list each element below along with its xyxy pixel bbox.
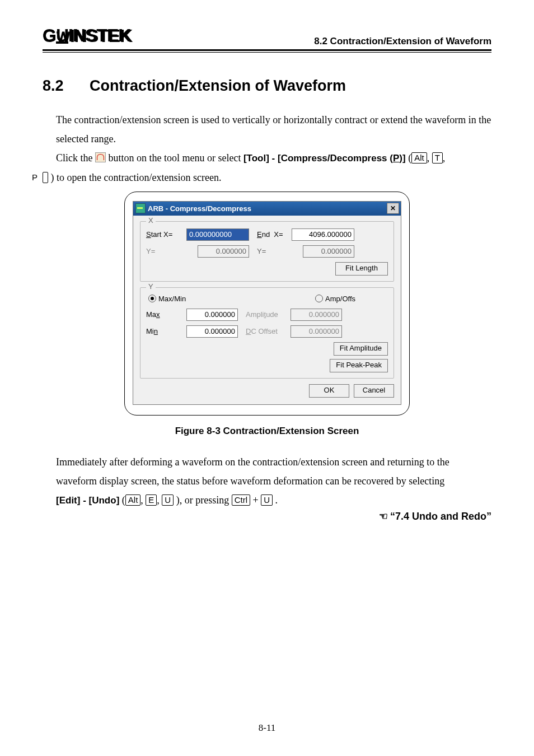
- max-label: Max: [146, 310, 186, 319]
- endx-input[interactable]: 4096.000000: [292, 228, 354, 241]
- min-input[interactable]: 0.000000: [186, 325, 238, 338]
- dialog-app-icon: [135, 203, 146, 213]
- key-alt: Alt: [411, 152, 427, 164]
- intro-paragraph: The contraction/extension screen is used…: [56, 110, 491, 148]
- dialog-title: ARB - Compress/Decompress: [148, 204, 251, 213]
- page-number: 8-11: [0, 722, 534, 734]
- amplitude-label: Amplitude: [238, 310, 291, 319]
- dialog-titlebar: ARB - Compress/Decompress ✕: [133, 202, 401, 216]
- fit-peakpeak-button[interactable]: Fit Peak-Peak: [330, 359, 388, 372]
- y2-label: Y=: [249, 247, 292, 255]
- brand-logo2: GUINSTEK: [43, 25, 130, 46]
- pointing-hand-icon: ☞: [379, 510, 388, 522]
- cross-reference: ☞“7.4 Undo and Redo”: [43, 510, 491, 522]
- key-u: U: [162, 494, 174, 506]
- header-rule: [43, 49, 491, 51]
- startx-input[interactable]: 0.000000000: [186, 228, 249, 241]
- key-e: E: [146, 494, 157, 506]
- y1-value: 0.000000: [198, 245, 249, 258]
- radio-ampoffs[interactable]: Amp/Offs: [315, 295, 355, 303]
- key-ctrl: Ctrl: [232, 494, 250, 506]
- group-y: Y Max/Min Amp/Offs Max 0.000000 Amplitud…: [140, 287, 394, 379]
- page-title: 8.2Contraction/Extension of Waveform: [43, 77, 491, 95]
- cancel-button[interactable]: Cancel: [354, 384, 394, 398]
- key-t: T: [432, 152, 443, 164]
- close-button[interactable]: ✕: [387, 203, 399, 214]
- key-alt2: Alt: [125, 494, 141, 506]
- radio-maxmin[interactable]: Max/Min: [148, 295, 186, 303]
- fit-amplitude-button[interactable]: Fit Amplitude: [334, 342, 388, 356]
- dcoffset-label: DC Offset: [238, 327, 291, 335]
- radio-dot-icon: [148, 295, 156, 302]
- dialog-window: ARB - Compress/Decompress ✕ X Start X= 0…: [133, 201, 401, 405]
- group-x: X Start X= 0.000000000 End X= 4096.00000…: [140, 221, 394, 282]
- amplitude-input: 0.000000: [291, 309, 342, 321]
- dcoffset-input: 0.000000: [291, 325, 342, 338]
- compress-toolbar-icon: [95, 152, 106, 162]
- ok-button[interactable]: OK: [309, 384, 349, 398]
- y1-label: Y=: [146, 247, 186, 255]
- header-section: 8.2 Contraction/Extension of Waveform: [314, 36, 491, 47]
- after-paragraph: Immediately after deforming a waveform o…: [56, 452, 491, 491]
- radio-dot-icon: [315, 295, 323, 302]
- startx-label: Start X=: [146, 230, 186, 239]
- instruction-paragraph: Click the button on the tool menu or sel…: [56, 148, 491, 167]
- group-y-legend: Y: [146, 282, 156, 291]
- instruction-paragraph-2: P ) to open the contraction/extension sc…: [69, 168, 491, 187]
- min-label: Min: [146, 327, 186, 335]
- y2-value: 0.000000: [303, 245, 354, 258]
- fit-length-button[interactable]: Fit Length: [335, 262, 388, 276]
- group-x-legend: X: [146, 216, 156, 225]
- after-paragraph-2: [Edit] - [Undo] (Alt, E, U ), or pressin…: [56, 491, 491, 510]
- key-u2: U: [261, 494, 273, 506]
- endx-label: End X=: [249, 230, 292, 239]
- max-input[interactable]: 0.000000: [186, 309, 238, 321]
- menu-path: [Tool] - [Compress/Decompress (P)]: [243, 153, 406, 164]
- screenshot-frame: ARB - Compress/Decompress ✕ X Start X= 0…: [124, 192, 410, 416]
- figure-caption: Figure 8-3 Contraction/Extension Screen: [43, 426, 491, 437]
- key-p: P: [43, 172, 48, 183]
